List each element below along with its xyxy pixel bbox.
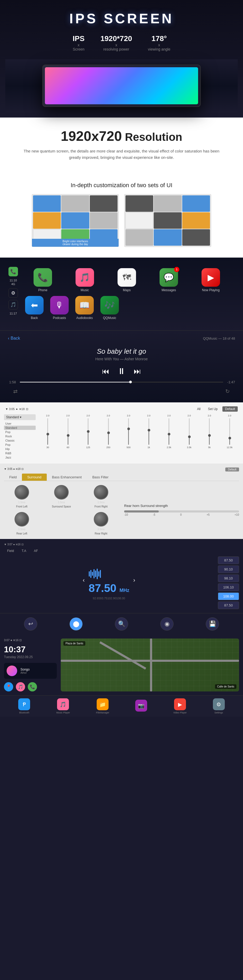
- app-back[interactable]: ⬅ Back: [24, 296, 45, 320]
- tray-file-manager[interactable]: 📁 FileManager: [96, 698, 109, 714]
- app-phone-label: Phone: [38, 288, 47, 292]
- app-icons-grid-row1: 📞 Phone 🎵 Music 🗺 Maps 💬 5 Messages ▶: [24, 268, 230, 292]
- eq-slider-9[interactable]: [200, 418, 219, 445]
- eq-preset-list: User Standard Pop Rock Classic Pop Hip R…: [4, 422, 36, 460]
- sidebar-phone-icon[interactable]: 📞: [8, 267, 18, 276]
- nav-mini-music-player[interactable]: Songo Athor: [4, 663, 57, 679]
- wbar-2: [90, 570, 92, 578]
- radio-tab-field[interactable]: Field: [4, 548, 17, 554]
- radio-next-btn[interactable]: ›: [133, 577, 135, 584]
- map-road-vertical: [150, 638, 152, 692]
- eq-preset-hip[interactable]: Hip: [4, 447, 36, 451]
- preset-btn-1[interactable]: 87.50: [218, 557, 239, 564]
- eq-preset-user[interactable]: User: [4, 422, 36, 426]
- freq-value-display: 87.50 MHz: [89, 582, 129, 595]
- nav-icon-phone[interactable]: 📞: [28, 682, 37, 692]
- radio-tab-af[interactable]: AF: [31, 548, 41, 554]
- app-nowplaying[interactable]: ▶ Now Playing: [192, 268, 230, 292]
- eq-preset-classic[interactable]: Classic: [4, 438, 36, 442]
- eq-preset-standard[interactable]: Standard: [4, 426, 36, 430]
- bottom-ctrl-search[interactable]: 🔍: [115, 617, 128, 630]
- surround-tab-bass-filter[interactable]: Bass Filter: [87, 474, 114, 481]
- ui-tile-2: [61, 196, 89, 212]
- eq-preset-pop2[interactable]: Pop: [4, 442, 36, 447]
- app-podcasts[interactable]: 🎙 Podcasts: [49, 296, 70, 320]
- prev-button[interactable]: ⏮: [102, 367, 109, 375]
- preset-btn-6[interactable]: 87.50: [218, 601, 239, 609]
- app-music[interactable]: 🎵 Music: [66, 268, 104, 292]
- eq-slider-4[interactable]: [99, 418, 118, 445]
- bottom-ctrl-back[interactable]: ↩: [24, 617, 37, 630]
- sidebar-settings-icon[interactable]: ⚙: [8, 288, 18, 298]
- tray-settings[interactable]: ⚙ Settings: [213, 698, 225, 714]
- eq-slider-7[interactable]: [159, 418, 178, 445]
- app-phone[interactable]: 📞 Phone: [24, 268, 62, 292]
- bottom-ctrl-broadcast[interactable]: ◉: [160, 617, 174, 630]
- eq-slider-5[interactable]: [119, 418, 138, 445]
- knob-rear-right: 3.5ms Rear Right: [83, 512, 119, 535]
- eq-slider-1[interactable]: [38, 418, 57, 445]
- shuffle-button[interactable]: ⇄: [13, 388, 18, 395]
- app-maps[interactable]: 🗺 Maps: [108, 268, 146, 292]
- eq-preset-pop1[interactable]: Pop: [4, 430, 36, 434]
- tray-camera[interactable]: 📷: [135, 700, 147, 713]
- nav-left-panel: 3:07 ● ≋16 ⊡ 10:37 Tuesday 2022.09.25 So…: [4, 638, 57, 692]
- radio-tab-ta[interactable]: T.A: [19, 548, 29, 554]
- surround-tab-field[interactable]: Field: [4, 474, 22, 481]
- back-chevron-icon: ‹: [8, 336, 9, 341]
- surround-default-btn[interactable]: Default: [225, 468, 239, 471]
- eq-slider-6[interactable]: [139, 418, 158, 445]
- song-subtitle: Here With You — Asher Monroe: [8, 357, 235, 361]
- eq-all-btn[interactable]: All: [194, 406, 203, 412]
- sidebar-music-icon[interactable]: 🎵: [8, 300, 18, 309]
- eq-preset-jazz[interactable]: Jazz: [4, 455, 36, 460]
- radio-presets-right: 87.50 90.10 98.10 106.10 108.00 87.50: [218, 557, 239, 609]
- preset-btn-4[interactable]: 106.10: [218, 584, 239, 591]
- bottom-ctrl-toggle[interactable]: ⬤: [69, 617, 83, 630]
- surround-tab-surround[interactable]: Surround: [22, 474, 46, 481]
- preset-btn-3[interactable]: 98.10: [218, 574, 239, 582]
- phone-sidebar: 📞 11:10 4G ⚙ 🎵 11:17: [8, 266, 19, 315]
- nav-icon-maps[interactable]: 📍: [4, 682, 13, 692]
- repeat-button[interactable]: ↻: [225, 388, 230, 395]
- eq-slider-3[interactable]: [79, 418, 98, 445]
- ui-tile-6: [90, 212, 118, 229]
- eq-preset-dropdown[interactable]: Standard ▾: [4, 414, 36, 420]
- app-qqmusic[interactable]: 🎶 QQMusic: [99, 296, 120, 320]
- surround-strength-bar[interactable]: [124, 511, 239, 512]
- player-controls: ⏮ ⏸ ⏭: [8, 366, 235, 376]
- eq-preset-rock[interactable]: Rock: [4, 434, 36, 438]
- nav-icon-music[interactable]: 🎵: [16, 682, 25, 692]
- nav-section: 3:07 ● ≋16 ⊡ 10:37 Tuesday 2022.09.25 So…: [0, 635, 243, 695]
- ui-tile-1: [33, 196, 61, 212]
- player-back-btn[interactable]: ‹ Back: [8, 336, 20, 341]
- play-pause-button[interactable]: ⏸: [117, 366, 126, 376]
- tray-video-player[interactable]: ▶ Video Player: [173, 698, 187, 714]
- nav-status-bar: 3:07 ● ≋16 ⊡: [4, 638, 57, 642]
- surround-strength-fill: [124, 511, 159, 512]
- resolution-title: 1920x720 Resolution: [21, 128, 222, 144]
- eq-setup-btn[interactable]: Set Up: [205, 406, 220, 412]
- app-messages[interactable]: 💬 5 Messages: [150, 268, 188, 292]
- eq-slider-8[interactable]: [180, 418, 199, 445]
- next-button[interactable]: ⏭: [134, 367, 141, 375]
- tray-music-player[interactable]: 🎵 Music Player: [56, 698, 70, 714]
- eq-slider-2[interactable]: [58, 418, 78, 445]
- map-label-1: Plaza de Sants: [63, 641, 85, 646]
- radio-waveform-area: ‹ 87.50 MHz: [4, 566, 214, 600]
- radio-prev-btn[interactable]: ‹: [83, 577, 85, 584]
- eq-slider-10[interactable]: [220, 418, 239, 445]
- progress-bar[interactable]: [20, 382, 223, 382]
- radio-status-bar: ▼ 3:07 ● ≋16 ⊡: [4, 543, 239, 546]
- preset-btn-2[interactable]: 90.10: [218, 565, 239, 573]
- surround-tab-bass-enh[interactable]: Bass Enhancement: [47, 474, 87, 481]
- resolution-text: Resolution: [125, 131, 182, 143]
- wbar-4: [93, 569, 95, 578]
- bottom-ctrl-save[interactable]: 💾: [206, 617, 219, 630]
- app-audiobooks[interactable]: 📖 Audiobooks: [74, 296, 95, 320]
- eq-preset-rnb[interactable]: R&B: [4, 451, 36, 455]
- eq-default-btn[interactable]: Default: [222, 406, 238, 412]
- ui-tile-5: [61, 212, 89, 229]
- tray-bluetooth[interactable]: Ᵽ Bluetooth: [18, 698, 30, 714]
- preset-btn-5[interactable]: 108.00: [218, 592, 239, 600]
